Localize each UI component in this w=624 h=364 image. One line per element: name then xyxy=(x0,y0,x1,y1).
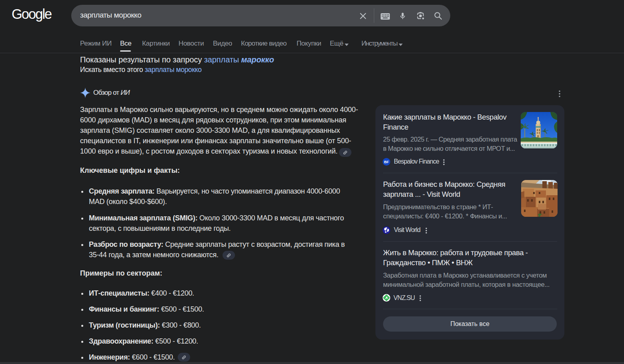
svg-text:BF: BF xyxy=(384,160,389,164)
